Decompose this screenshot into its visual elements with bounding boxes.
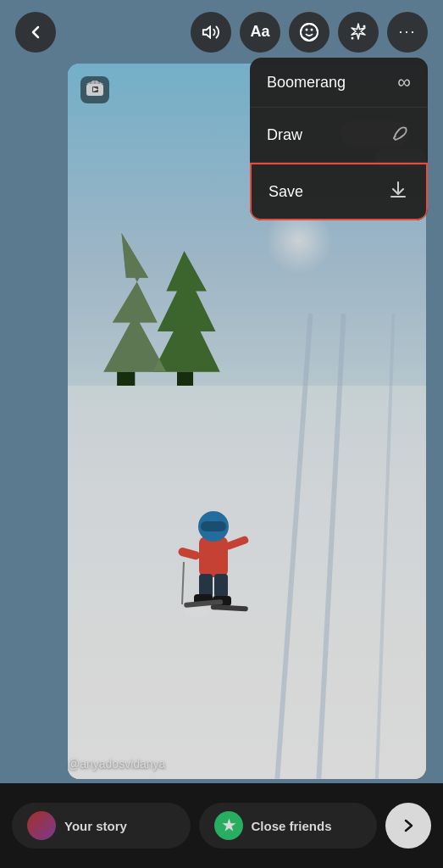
boomerang-label: Boomerang xyxy=(267,74,346,92)
sound-button[interactable] xyxy=(191,12,231,53)
dropdown-menu: Boomerang ∞ Draw Save xyxy=(250,58,428,220)
back-button[interactable] xyxy=(15,12,56,53)
menu-item-boomerang[interactable]: Boomerang ∞ xyxy=(250,58,428,108)
more-button[interactable]: ··· xyxy=(387,12,428,53)
menu-item-draw[interactable]: Draw xyxy=(250,108,428,163)
svg-marker-0 xyxy=(203,26,210,37)
save-label: Save xyxy=(269,183,303,201)
text-icon: Aa xyxy=(250,23,269,41)
svg-point-4 xyxy=(363,25,366,27)
menu-item-save[interactable]: Save xyxy=(250,163,428,220)
text-button[interactable]: Aa xyxy=(240,12,280,53)
more-icon: ··· xyxy=(398,23,416,41)
svg-point-5 xyxy=(352,36,354,39)
save-icon xyxy=(387,178,409,205)
toolbar-right: Aa ··· xyxy=(191,12,428,53)
toolbar: Aa ··· xyxy=(0,0,443,64)
boomerang-icon: ∞ xyxy=(397,71,411,93)
sticker-button[interactable] xyxy=(289,12,329,53)
draw-icon xyxy=(389,121,411,148)
draw-label: Draw xyxy=(267,126,302,144)
effects-button[interactable] xyxy=(338,12,379,53)
